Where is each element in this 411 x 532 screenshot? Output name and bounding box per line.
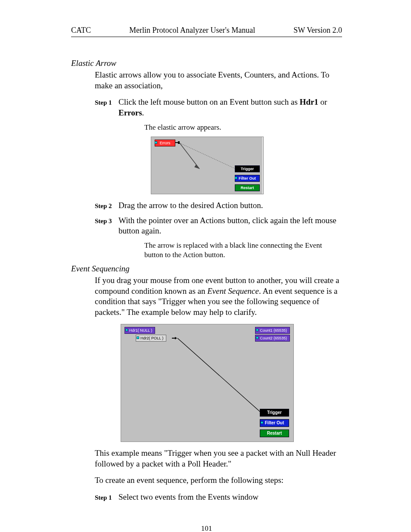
hdr2-label: Hdr2( POLL ) (140, 336, 163, 340)
section-title-elastic-arrow: Elastic Arrow (71, 59, 342, 68)
filter-label: Filter Out (265, 420, 284, 425)
counter-button-count1[interactable]: Count1 (65535) (255, 327, 290, 334)
connector-stub-icon (175, 142, 178, 143)
svg-line-3 (177, 338, 261, 412)
count1-label: Count1 (65535) (260, 328, 287, 333)
figure-1-panel: Errors Trigger Filter Out Restart (151, 137, 264, 194)
seq-step-1-label: Step 1 (95, 494, 118, 502)
header-right: SW Version 2.0 (293, 26, 342, 35)
step-1-text-c: or (318, 97, 327, 106)
action-button-restart[interactable]: Restart (260, 429, 289, 437)
svg-line-0 (180, 143, 199, 169)
step-3-label: Step 3 (95, 217, 118, 226)
event-sequencing-p1: If you drag your mouse from one event bu… (71, 275, 342, 318)
page: CATC Merlin Protocol Analyzer User's Man… (0, 0, 411, 532)
seq-step-1-text: Select two events from the Events window (118, 492, 342, 503)
step-3-text: With the pointer over an Actions button,… (118, 215, 342, 236)
handle-icon (137, 336, 139, 339)
filter-label: Filter Out (239, 176, 256, 180)
event-button-hdr2[interactable]: Hdr2( POLL ) (136, 335, 166, 342)
action-button-trigger[interactable]: Trigger (260, 409, 289, 417)
elastic-arrow-subnote-2: The arrow is replaced with a black line … (71, 241, 342, 260)
connector-stub-icon (172, 338, 175, 339)
seq-step-1: Step 1 Select two events from the Events… (71, 492, 342, 503)
step-2: Step 2 Drag the arrow to the desired Act… (71, 200, 342, 211)
handle-icon (256, 329, 258, 331)
restart-label: Restart (267, 431, 282, 436)
event-button-hdr1[interactable]: Hdr1( NULL ) (125, 327, 155, 334)
handle-icon (125, 329, 128, 331)
handle-icon (155, 141, 157, 144)
figure-2-wrap: Hdr1( NULL ) Hdr2( POLL ) Count1 (65535)… (71, 324, 342, 442)
action-button-restart[interactable]: Restart (235, 184, 260, 191)
elastic-arrow-intro: Elastic arrows allow you to associate Ev… (71, 70, 342, 91)
figure-1-wrap: Errors Trigger Filter Out Restart (71, 137, 342, 194)
step-1-hdr1: Hdr1 (300, 97, 318, 106)
event-button-errors[interactable]: Errors (155, 140, 175, 146)
action-button-trigger[interactable]: Trigger (235, 165, 260, 172)
svg-line-2 (180, 143, 236, 169)
counter-button-count2[interactable]: Count2 (65535) (255, 335, 290, 342)
step-1: Step 1 Click the left mouse button on an… (71, 97, 342, 118)
event-errors-label: Errors (160, 141, 171, 145)
restart-label: Restart (240, 186, 254, 190)
running-header: CATC Merlin Protocol Analyzer User's Man… (71, 26, 342, 37)
count2-label: Count2 (65535) (260, 336, 287, 340)
elastic-arrow-subnote-1: The elastic arrow appears. (71, 123, 342, 132)
handle-icon (235, 177, 237, 179)
step-1-errors: Errors (118, 108, 142, 117)
event-sequencing-p2: This example means "Trigger when you see… (71, 448, 342, 469)
step-1-text: Click the left mouse button on an Event … (118, 97, 342, 118)
handle-icon (256, 336, 258, 339)
page-number: 101 (71, 524, 342, 532)
action-button-filter-out[interactable]: Filter Out (260, 419, 289, 427)
handle-icon (261, 421, 263, 424)
step-1-text-e: . (142, 108, 144, 117)
header-left: CATC (71, 26, 91, 35)
event-sequencing-p3: To create an event sequence, perform the… (71, 475, 342, 486)
hdr1-label: Hdr1( NULL ) (129, 328, 152, 333)
trigger-label: Trigger (241, 167, 254, 171)
step-2-label: Step 2 (95, 202, 118, 211)
step-1-label: Step 1 (95, 99, 118, 107)
trigger-label: Trigger (267, 410, 282, 415)
header-center: Merlin Protocol Analyzer User's Manual (91, 26, 293, 35)
p1b: Event Sequence (207, 286, 259, 296)
step-1-text-a: Click the left mouse button on an Event … (118, 97, 300, 106)
figure-2-panel: Hdr1( NULL ) Hdr2( POLL ) Count1 (65535)… (121, 324, 294, 442)
section-title-event-sequencing: Event Sequencing (71, 264, 342, 274)
svg-marker-1 (194, 165, 199, 169)
step-2-text: Drag the arrow to the desired Action but… (118, 200, 342, 211)
action-button-filter-out[interactable]: Filter Out (235, 175, 260, 182)
step-3: Step 3 With the pointer over an Actions … (71, 215, 342, 236)
